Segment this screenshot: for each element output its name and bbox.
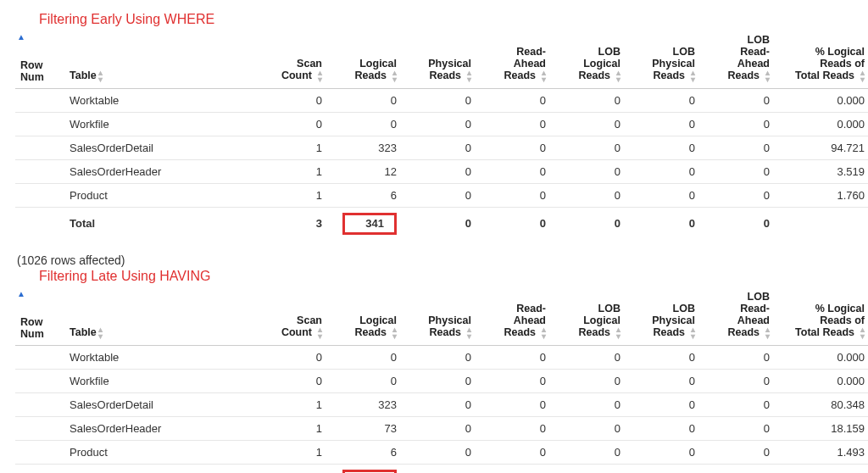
highlight-box: 341: [342, 213, 397, 235]
cell-read-ahead: 0: [476, 160, 551, 184]
cell-rownum: [15, 89, 64, 113]
cell-lob-read-ahead: 0: [700, 416, 775, 440]
cell-rownum: [15, 369, 64, 392]
cell-lob-physical: 0: [626, 113, 700, 136]
cell-pct: 0.000: [775, 89, 868, 113]
col-lob-read-ahead[interactable]: LOBRead-AheadReads: [700, 287, 775, 346]
cell-scan-count: 0: [253, 345, 327, 369]
cell-lob-read-ahead: 0: [700, 160, 775, 184]
sort-icon: [687, 326, 695, 340]
cell-total-physical-reads: 0: [402, 208, 476, 240]
col-lob-physical[interactable]: LOBPhysicalReads: [626, 31, 700, 89]
cell-total-scan-count: 3: [253, 208, 327, 240]
table-total-row: Total 3 402 0 0 0 0 0: [15, 464, 868, 473]
highlight-box: 402: [342, 470, 397, 473]
cell-scan-count: 1: [253, 184, 327, 208]
sort-icon: [98, 70, 107, 83]
col-pct-logical[interactable]: % LogicalReads ofTotal Reads: [775, 31, 868, 89]
cell-total-logical-reads: 402: [327, 464, 402, 473]
col-physical-reads[interactable]: PhysicalReads: [402, 287, 476, 346]
cell-read-ahead: 0: [476, 89, 551, 113]
cell-lob-physical: 0: [626, 136, 700, 160]
sort-icon: [761, 326, 770, 340]
cell-physical-reads: 0: [402, 113, 476, 136]
cell-physical-reads: 0: [402, 136, 476, 160]
sort-icon: [612, 326, 620, 340]
table-row: SalesOrderDetail 1 323 0 0 0 0 0 94.721: [15, 136, 868, 160]
cell-rownum: [15, 392, 64, 416]
cell-lob-read-ahead: 0: [700, 136, 775, 160]
cell-lob-physical: 0: [626, 160, 700, 184]
col-logical-reads[interactable]: LogicalReads: [327, 287, 402, 346]
cell-table: Workfile: [64, 113, 253, 136]
table-row: SalesOrderHeader 1 73 0 0 0 0 0 18.159: [15, 416, 868, 440]
cell-rownum: [15, 136, 64, 160]
cell-total-lob-read-ahead: 0: [700, 208, 775, 240]
col-table[interactable]: Table: [64, 287, 253, 346]
cell-scan-count: 1: [253, 160, 327, 184]
col-lob-read-ahead[interactable]: LOBRead-AheadReads: [700, 31, 775, 89]
table-row: Workfile 0 0 0 0 0 0 0 0.000: [15, 113, 868, 136]
sort-icon: [314, 70, 322, 83]
cell-rownum: [15, 113, 64, 136]
cell-logical-reads: 323: [327, 136, 402, 160]
cell-total-pct: [775, 208, 868, 240]
table-row: SalesOrderHeader 1 12 0 0 0 0 0 3.519: [15, 160, 868, 184]
col-read-ahead[interactable]: Read-AheadReads: [476, 31, 551, 89]
cell-pct: 80.348: [775, 392, 868, 416]
cell-physical-reads: 0: [402, 416, 476, 440]
cell-lob-physical: 0: [626, 440, 700, 464]
col-lob-logical[interactable]: LOBLogicalReads: [551, 287, 626, 346]
sort-icon: [463, 326, 471, 340]
cell-lob-logical: 0: [551, 184, 626, 208]
cell-lob-read-ahead: 0: [700, 440, 775, 464]
cell-lob-read-ahead: 0: [700, 345, 775, 369]
col-physical-reads[interactable]: PhysicalReads: [402, 31, 476, 89]
col-scan-count[interactable]: ScanCount: [253, 31, 327, 89]
col-read-ahead[interactable]: Read-AheadReads: [476, 287, 551, 346]
cell-lob-read-ahead: 0: [700, 392, 775, 416]
cell-rownum: [15, 440, 64, 464]
cell-read-ahead: 0: [476, 416, 551, 440]
cell-total-physical-reads: 0: [402, 464, 476, 473]
cell-lob-logical: 0: [551, 89, 626, 113]
cell-physical-reads: 0: [402, 392, 476, 416]
sort-icon: [537, 326, 546, 340]
section-title: Filtering Early Using WHERE: [39, 12, 853, 27]
cell-pct: 0.000: [775, 369, 868, 392]
cell-logical-reads: 12: [327, 160, 402, 184]
cell-lob-physical: 0: [626, 184, 700, 208]
cell-total-lob-physical: 0: [626, 464, 700, 473]
cell-logical-reads: 0: [327, 345, 402, 369]
table-row: Worktable 0 0 0 0 0 0 0 0.000: [15, 89, 868, 113]
cell-lob-read-ahead: 0: [700, 113, 775, 136]
cell-read-ahead: 0: [476, 345, 551, 369]
cell-total-label: Total: [64, 208, 253, 240]
col-pct-logical[interactable]: % LogicalReads ofTotal Reads: [775, 287, 868, 346]
col-table[interactable]: Table: [64, 31, 253, 89]
table-row: Product 1 6 0 0 0 0 0 1.493: [15, 440, 868, 464]
col-row-num[interactable]: ▲ RowNum: [15, 287, 64, 346]
cell-pct: 1.760: [775, 184, 868, 208]
cell-lob-read-ahead: 0: [700, 369, 775, 392]
col-lob-physical[interactable]: LOBPhysicalReads: [626, 287, 700, 346]
cell-total-lob-logical: 0: [551, 464, 626, 473]
cell-logical-reads: 6: [327, 184, 402, 208]
cell-lob-read-ahead: 0: [700, 89, 775, 113]
col-row-num[interactable]: ▲ RowNum: [15, 31, 64, 89]
cell-table: Product: [64, 440, 253, 464]
col-logical-reads[interactable]: LogicalReads: [327, 31, 402, 89]
cell-read-ahead: 0: [476, 184, 551, 208]
cell-table: Worktable: [64, 89, 253, 113]
cell-scan-count: 1: [253, 440, 327, 464]
cell-total-scan-count: 3: [253, 464, 327, 473]
table-row: Product 1 6 0 0 0 0 0 1.760: [15, 184, 868, 208]
cell-lob-logical: 0: [551, 416, 626, 440]
rows-affected: (1026 rows affected): [17, 253, 853, 267]
cell-pct: 0.000: [775, 345, 868, 369]
sort-icon: [388, 326, 397, 340]
cell-lob-logical: 0: [551, 440, 626, 464]
col-lob-logical[interactable]: LOBLogicalReads: [551, 31, 626, 89]
table-total-row: Total 3 341 0 0 0 0 0: [15, 208, 868, 240]
col-scan-count[interactable]: ScanCount: [253, 287, 327, 346]
